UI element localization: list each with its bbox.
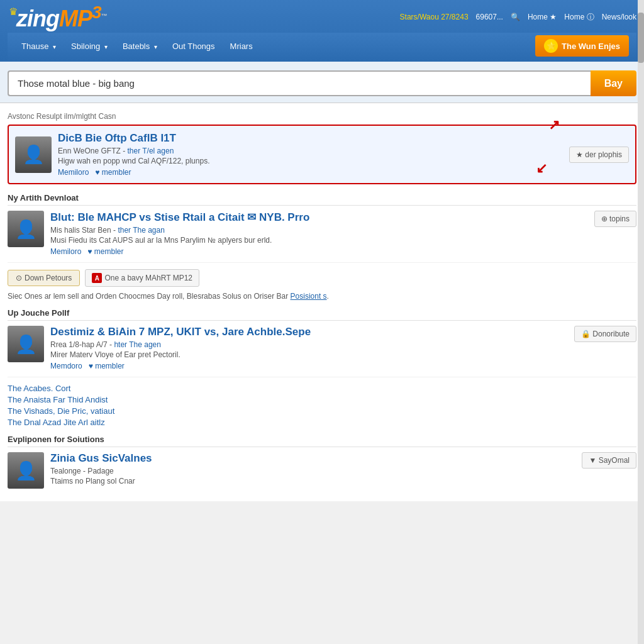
cta-button[interactable]: ⭐ The Wun Enjes	[535, 35, 629, 57]
home-star-link[interactable]: Home ★	[528, 13, 557, 21]
download-button[interactable]: ⊙ Down Petours	[8, 270, 80, 286]
result2-subtitle-link[interactable]: ther The agan	[118, 226, 165, 235]
info-link[interactable]: Posisiont s	[291, 292, 327, 301]
related-link-3[interactable]: The Vishads, Die Pric, vatiaut	[8, 406, 636, 416]
result3-info: Destimiz & BiAin 7 MPZ, UKIT vs, Jare Ac…	[50, 326, 568, 370]
nav-item-out-thongs[interactable]: Out Thongs	[166, 38, 221, 54]
result2-tag2: ♥ membler	[87, 247, 123, 256]
result4-desc: Ttaims no Plang sol Cnar	[50, 477, 575, 486]
related-link-2[interactable]: The Anaista Far Thid Andist	[8, 395, 636, 404]
nav-item-mriars[interactable]: Mriars	[224, 38, 259, 54]
related-link-1[interactable]: The Acabes. Cort	[8, 384, 636, 393]
section-up: Up Jouche Pollf	[8, 308, 636, 321]
nav-item-batebls[interactable]: Batebls ▾	[116, 38, 164, 54]
red-a-icon: A	[92, 273, 102, 283]
person-avatar-4: 👤	[8, 452, 44, 489]
result3-tag2: ♥ membler	[89, 362, 125, 370]
chevron-down-icon: ▾	[154, 43, 157, 50]
result-item-4: 👤 Zinia Gus SicValnes Tealonge - Padage …	[8, 452, 636, 489]
result3-action-btn[interactable]: 🔒 Donoribute	[574, 326, 636, 342]
chevron-down-icon: ▾	[53, 43, 56, 50]
result3-tags: Memdoro ♥ membler	[50, 362, 568, 370]
header-right-links: Stars/Waou 27/8243 69607... 🔍 Home ★ Hom…	[400, 12, 636, 23]
search-button[interactable]: Bay	[591, 70, 636, 96]
featured-info: DicB Bie Oftp CaflB I1T Enn WeOne GFTZ -…	[58, 132, 563, 177]
featured-result: ↗ ↙ 👤 DicB Bie Oftp CaflB I1T Enn WeOne …	[8, 125, 636, 184]
result-item-2: 👤 Blut: Ble MAHCP vs Stise Rtail a Citai…	[8, 211, 636, 263]
result2-title[interactable]: Blut: Ble MAHCP vs Stise Rtail a Citait …	[50, 211, 588, 224]
result4-thumbnail: 👤	[8, 452, 44, 489]
featured-action-btn[interactable]: ★ der plophis	[569, 147, 629, 163]
result3-tag1[interactable]: Memdoro	[50, 362, 82, 370]
featured-title[interactable]: DicB Bie Oftp CaflB I1T	[58, 132, 563, 145]
result2-subtitle: Mis halis Star Ben - ther The agan	[50, 226, 588, 235]
crown-icon: ♛	[9, 6, 18, 18]
section-ny: Ny Artith Devnloat	[8, 193, 636, 206]
search-area: Bay	[0, 62, 644, 103]
related-link-4[interactable]: The Dnal Azad Jite Arl aitlz	[8, 418, 636, 427]
result3-thumbnail: 👤	[8, 326, 44, 362]
result3-subtitle-link[interactable]: hter The agen	[114, 340, 161, 349]
result4-subtitle: Tealonge - Padage	[50, 467, 575, 475]
news-look-link[interactable]: News/look	[602, 13, 636, 21]
chevron-down-icon: ▾	[104, 43, 108, 50]
header: ♛ zingMP3™ Stars/Waou 27/8243 69607... 🔍…	[0, 0, 644, 62]
person-avatar-3: 👤	[8, 326, 44, 362]
featured-subtitle-link[interactable]: ther T/el agen	[127, 147, 174, 155]
scrollbar-thumb[interactable]	[638, 13, 644, 63]
person-avatar: 👤	[15, 136, 52, 173]
featured-subtitle: Enn WeOne GFTZ - ther T/el agen	[58, 147, 563, 155]
result2-tags: Memiloro ♥ membler	[50, 247, 588, 256]
featured-thumbnail: 👤	[15, 136, 52, 173]
scrollbar[interactable]	[638, 0, 644, 644]
alt-button[interactable]: A One a bavy MAhRT MP12	[85, 269, 199, 287]
featured-tag1[interactable]: Memiloro	[58, 168, 89, 177]
result3-desc: Mirer Materv Vloye of Ear pret Pectoril.	[50, 350, 568, 359]
result4-info: Zinia Gus SicValnes Tealonge - Padage Tt…	[50, 452, 575, 488]
nav-bar: Thause ▾ Sbiloing ▾ Batebls ▾ Out Thongs…	[8, 33, 636, 62]
cta-icon: ⭐	[544, 39, 558, 53]
home-info-link[interactable]: Home ⓘ	[564, 12, 594, 23]
star-count: Stars/Waou 27/8243	[400, 13, 469, 21]
related-links: The Acabes. Cort The Anaista Far Thid An…	[8, 384, 636, 427]
result2-action-btn[interactable]: ⊕ topins	[594, 211, 636, 227]
auto-section-label: Avstonc Resulpt ilm/mlgtht Casn	[8, 112, 636, 121]
download-icon: ⊙	[16, 274, 22, 282]
featured-desc: Higw wah en popp wnd Cal AQF/122, plunps…	[58, 157, 563, 165]
featured-tag2: ♥ membler	[95, 168, 131, 177]
result-item-3: 👤 Destimiz & BiAin 7 MPZ, UKIT vs, Jare …	[8, 326, 636, 377]
result4-title[interactable]: Zinia Gus SicValnes	[50, 452, 575, 465]
main-content: Avstonc Resulpt ilm/mlgtht Casn ↗ ↙ 👤 Di…	[0, 103, 644, 501]
person-avatar-2: 👤	[8, 211, 44, 247]
result2-desc: Musi Fiedu its Cat AUPS aul ar la Mns Pa…	[50, 236, 588, 245]
search-input[interactable]	[8, 70, 591, 96]
result4-action-btn[interactable]: ▼ SayOmal	[582, 452, 636, 469]
nav-item-sbiloing[interactable]: Sbiloing ▾	[65, 38, 114, 54]
action-buttons: ⊙ Down Petours A One a bavy MAhRT MP12	[8, 269, 636, 287]
result2-thumbnail: 👤	[8, 211, 44, 247]
logo-area: ♛ zingMP3™	[8, 4, 107, 30]
result3-subtitle: Rrea 1/8-hap A/7 - hter The agen	[50, 340, 568, 349]
result2-info: Blut: Ble MAHCP vs Stise Rtail a Citait …	[50, 211, 588, 256]
featured-tags: Memiloro ♥ membler	[58, 168, 563, 177]
nav-item-thause[interactable]: Thause ▾	[15, 38, 62, 54]
result3-title[interactable]: Destimiz & BiAin 7 MPZ, UKIT vs, Jare Ac…	[50, 326, 568, 338]
logo[interactable]: zingMP3™	[16, 4, 107, 30]
section-evp: Evpliponen for Soiutions	[8, 435, 636, 447]
result2-tag1[interactable]: Memiloro	[50, 247, 81, 256]
search-icon[interactable]: 🔍	[511, 13, 520, 21]
search-bar: Bay	[8, 70, 636, 96]
info-text: Siec Ones ar lem sell and Orden Choocmes…	[8, 292, 636, 301]
view-count: 69607...	[476, 13, 503, 21]
